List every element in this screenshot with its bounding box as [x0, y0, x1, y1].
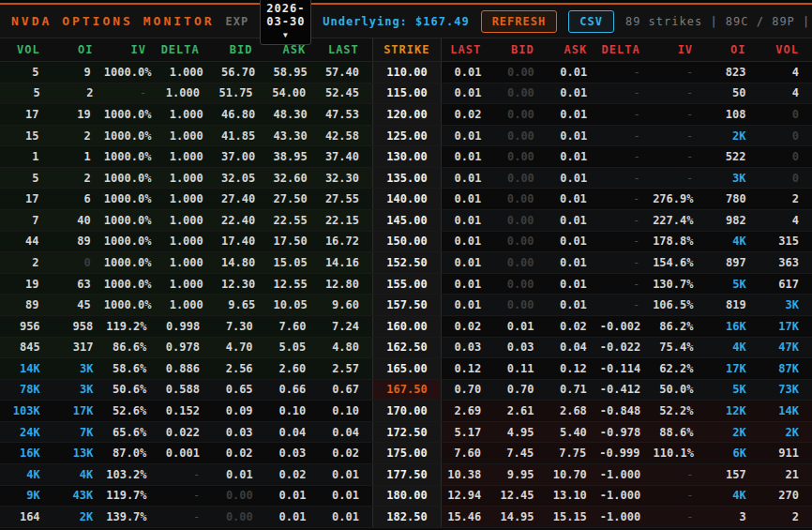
put-oi-cell: 780: [706, 192, 759, 205]
call-last-cell: 22.15: [321, 214, 372, 227]
strike-cell: 160.00: [372, 316, 442, 337]
call-last-cell: 37.40: [321, 150, 372, 163]
put-ask-cell: 0.01: [548, 108, 600, 121]
call-bid-cell: 7.30: [213, 320, 266, 333]
table-row: 103K17K52.6%0.1520.090.100.10170.002.692…: [0, 401, 812, 422]
put-bid-cell: 0.00: [494, 214, 547, 227]
put-iv-cell: 154.6%: [653, 256, 706, 269]
call-delta-cell: 1.000: [164, 298, 216, 311]
put-oi-cell: 12K: [706, 404, 759, 417]
table-row: 17191000.0%1.00046.8048.3047.53120.000.0…: [0, 104, 812, 126]
put-ask-cell: 0.01: [548, 235, 600, 248]
strike-cell: 120.00: [372, 104, 442, 125]
call-oi-cell: 19: [52, 108, 103, 121]
call-vol-cell: 24K: [0, 426, 53, 439]
table-row: 16K13K87.0%0.0010.020.030.02175.007.607.…: [0, 443, 812, 464]
app-title: NVDA OPTIONS MONITOR: [11, 14, 215, 28]
call-iv-cell: 119.7%: [106, 489, 159, 502]
put-bid-cell: 2.61: [494, 404, 547, 417]
put-vol-cell: 3K: [759, 298, 812, 311]
call-bid-cell: 12.30: [217, 278, 268, 291]
strike-cell: 170.00: [372, 401, 442, 421]
table-row: 7401000.0%1.00022.4022.5522.15145.000.01…: [0, 210, 812, 232]
put-iv-cell: -: [654, 66, 706, 79]
call-vol-cell: 5: [0, 86, 53, 99]
call-ask-cell: 0.02: [266, 468, 320, 481]
put-iv-cell: -: [654, 510, 706, 523]
put-ask-cell: 2.68: [548, 404, 600, 417]
call-last-cell: 7.24: [319, 320, 372, 333]
call-iv-cell: 1000.0%: [104, 298, 165, 311]
call-ask-cell: 12.55: [268, 278, 320, 291]
put-side: 0.010.000.01--5220: [442, 146, 812, 167]
put-vol-cell: 617: [759, 278, 812, 291]
call-last-cell: 42.58: [321, 129, 372, 143]
call-vol-cell: 14K: [0, 362, 53, 375]
expiration-select[interactable]: 2026-03-30 ▾: [260, 0, 311, 45]
call-bid-cell: 0.65: [213, 383, 266, 396]
call-ask-cell: 48.30: [268, 108, 320, 121]
refresh-button[interactable]: REFRESH: [481, 10, 558, 33]
put-bid-cell: 0.00: [494, 129, 547, 143]
strike-cell: 115.00: [372, 83, 442, 104]
call-delta-cell: 1.000: [164, 66, 216, 79]
call-header-last: LAST: [319, 43, 372, 56]
put-bid-cell: 0.00: [494, 192, 547, 205]
put-side: 0.010.000.01--8234: [442, 62, 812, 83]
call-delta-cell: 0.588: [159, 383, 213, 396]
call-bid-cell: 0.02: [213, 447, 266, 460]
put-delta-cell: -0.848: [600, 404, 654, 417]
call-vol-cell: 89: [0, 298, 52, 311]
put-last-cell: 0.01: [442, 214, 494, 227]
table-row: 1642K139.7%-0.000.010.01182.5015.4614.95…: [0, 507, 812, 528]
call-vol-cell: 5: [0, 66, 52, 79]
call-oi-cell: 2: [52, 172, 103, 185]
put-vol-cell: 270: [759, 489, 812, 502]
call-vol-cell: 9K: [0, 489, 53, 502]
call-iv-cell: 1000.0%: [104, 108, 165, 121]
call-oi-cell: 17K: [53, 404, 107, 417]
put-iv-cell: 276.9%: [653, 192, 706, 205]
put-ask-cell: 0.04: [548, 341, 600, 354]
call-bid-cell: 51.75: [213, 86, 266, 99]
call-header-iv: IV: [106, 43, 159, 56]
call-vol-cell: 103K: [0, 404, 53, 417]
put-oi-cell: 897: [706, 256, 759, 269]
put-side: 0.010.000.01-106.5%8193K: [442, 295, 812, 315]
call-oi-cell: 9: [52, 66, 103, 79]
put-ask-cell: 0.01: [548, 172, 600, 185]
put-oi-cell: 2K: [706, 129, 759, 143]
call-bid-cell: 0.00: [213, 510, 266, 523]
call-side: 956958119.2%0.9987.307.607.24: [0, 316, 372, 337]
call-delta-cell: -: [160, 510, 214, 523]
csv-export-button[interactable]: CSV: [568, 10, 614, 33]
call-ask-cell: 5.05: [266, 341, 320, 354]
table-row: 84531786.6%0.9784.705.054.80162.500.030.…: [0, 338, 812, 359]
strike-cell: 175.00: [372, 443, 442, 463]
call-oi-cell: 0: [52, 256, 103, 269]
call-vol-cell: 44: [0, 235, 52, 248]
put-side: 12.9412.4513.10-1.000-4K270: [442, 486, 812, 507]
put-ask-cell: 0.71: [548, 383, 600, 396]
put-oi-cell: 4K: [706, 235, 759, 248]
call-last-cell: 2.57: [319, 362, 372, 375]
call-oi-cell: 40: [52, 214, 103, 227]
put-iv-cell: 130.7%: [653, 278, 706, 291]
call-iv-cell: -: [106, 86, 159, 99]
table-row: 4K4K103.2%-0.010.020.01177.5010.389.9510…: [0, 464, 812, 486]
put-delta-cell: -: [600, 298, 653, 311]
put-last-cell: 0.01: [442, 129, 494, 143]
strike-cell: 140.00: [372, 189, 442, 209]
put-bid-cell: 0.00: [494, 150, 547, 163]
put-last-cell: 10.38: [442, 468, 494, 481]
put-bid-cell: 9.95: [494, 468, 547, 481]
put-side: 5.174.955.40-0.97888.6%2K2K: [442, 422, 812, 443]
call-vol-cell: 1: [0, 150, 52, 163]
call-side: 9K43K119.7%-0.000.010.01: [0, 486, 372, 507]
put-iv-cell: 178.8%: [653, 235, 706, 248]
put-bid-cell: 0.00: [494, 108, 547, 121]
call-ask-cell: 7.60: [266, 320, 320, 333]
call-delta-cell: 1.000: [164, 256, 216, 269]
strike-cell: 145.00: [372, 210, 442, 231]
table-row: 201000.0%1.00014.8015.0514.16152.500.010…: [0, 252, 812, 274]
